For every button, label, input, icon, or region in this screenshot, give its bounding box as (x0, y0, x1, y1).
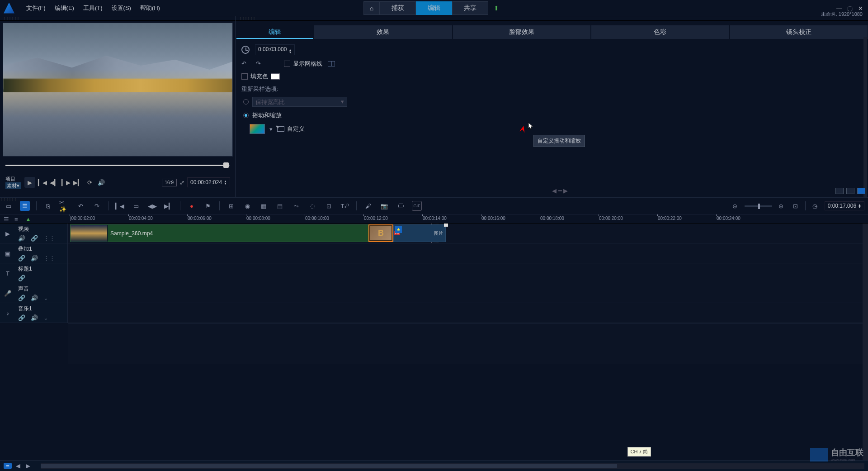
menu-file[interactable]: 文件(F) (22, 2, 50, 14)
tool-3d-title-icon[interactable]: T₃ᴰ (340, 201, 350, 211)
tool-trim-end-icon[interactable]: ▶▎ (164, 201, 174, 211)
expand-icon[interactable]: ⤢ (179, 179, 184, 186)
tool-multicam-icon[interactable]: ⊞ (226, 201, 236, 211)
tool-chapter-icon[interactable]: ▦ (259, 201, 269, 211)
close-button[interactable]: ✕ (858, 5, 864, 11)
tool-trim-slide-icon[interactable]: ◀▶ (147, 201, 157, 211)
nav-prev-icon[interactable]: ◀ (14, 462, 22, 469)
panel-maximize-icon[interactable] (857, 188, 865, 194)
fill-color-checkbox[interactable] (241, 73, 248, 80)
show-grid-checkbox[interactable] (284, 61, 290, 67)
ruler-list-icon[interactable]: ☰ (4, 216, 11, 222)
zoom-slider[interactable] (745, 205, 772, 207)
pan-zoom-custom-button[interactable]: 自定义 (277, 125, 305, 133)
tool-undo-icon[interactable]: ↶ (75, 201, 85, 211)
track-body-music[interactable] (68, 303, 868, 323)
clip-image[interactable]: ★ FX 图片 (393, 224, 446, 242)
menu-help[interactable]: 帮助(H) (136, 2, 165, 14)
storyboard-view-button[interactable]: ▭ (4, 201, 14, 211)
panel-grip[interactable] (236, 16, 868, 21)
track-body-video[interactable]: Sample_360.mp4 B ★ FX 图片 (68, 224, 868, 243)
duration-field[interactable]: 0:00:03.000▲▼ (255, 44, 295, 55)
redo-icon[interactable]: ↷ (256, 60, 265, 67)
tool-gif-icon[interactable]: GIF (412, 201, 422, 211)
panel-tab-effect[interactable]: 效果 (314, 25, 452, 39)
preview-scrubber[interactable] (5, 162, 230, 169)
track-body-overlay[interactable] (68, 243, 868, 263)
timeline-timecode[interactable]: 0:00:17.006 ▲▼ (825, 201, 864, 210)
track-expand-icon[interactable]: ⌄ (43, 295, 50, 301)
timeline-grip[interactable]: ⋮⋮⋮⋮⋮⋮ (0, 197, 18, 202)
track-mute-icon[interactable]: 🔊 (31, 255, 37, 261)
tool-painting-icon[interactable]: 🖌 (363, 201, 373, 211)
step-fwd-button[interactable]: ▎▶ (61, 178, 71, 187)
nav-next-icon[interactable]: ▶ (24, 462, 32, 469)
panel-tab-edit[interactable]: 编辑 (236, 25, 313, 39)
tab-capture[interactable]: 捕获 (380, 1, 416, 15)
tool-track-icon[interactable]: ⊡ (324, 201, 334, 211)
tool-screen-icon[interactable]: 🖵 (396, 201, 406, 211)
zoom-out-icon[interactable]: ⊖ (730, 201, 740, 211)
playhead[interactable] (446, 224, 446, 243)
minimize-button[interactable]: — (836, 5, 843, 11)
menu-tools[interactable]: 工具(T) (79, 2, 107, 14)
keep-aspect-dropdown[interactable]: 保持宽高比 (252, 97, 347, 107)
loop-button[interactable]: ⟳ (85, 178, 94, 187)
tab-home[interactable]: ⌂ (363, 1, 380, 15)
track-body-voice[interactable] (68, 283, 868, 303)
tool-fx-icon[interactable]: ✂✨ (59, 201, 69, 211)
track-lock-icon[interactable]: ⋮⋮ (43, 235, 50, 241)
track-manager-chip[interactable]: ━ (4, 463, 12, 469)
tool-motion-icon[interactable]: ◌ (307, 201, 317, 211)
tab-edit[interactable]: 编辑 (416, 1, 452, 15)
panel-tab-face[interactable]: 脸部效果 (453, 25, 591, 39)
restore-button[interactable]: ▢ (847, 5, 854, 11)
track-lock-icon[interactable]: ⋮⋮ (43, 255, 50, 261)
pan-zoom-preset-dropdown[interactable]: ▾ (269, 126, 273, 133)
tool-trim-start-icon[interactable]: ▎◀ (115, 201, 125, 211)
clip-transition[interactable]: B (368, 224, 393, 242)
clip-video[interactable]: Sample_360.mp4 (70, 224, 368, 242)
grid-settings-icon[interactable] (328, 61, 335, 67)
track-link-icon[interactable]: 🔗 (18, 255, 24, 261)
tool-marker-icon[interactable]: ⚑ (203, 201, 213, 211)
play-button[interactable]: ▶ (24, 177, 35, 188)
fill-color-swatch[interactable] (271, 73, 280, 80)
radio-pan-zoom[interactable] (243, 113, 249, 118)
tool-trim-single-icon[interactable]: ▭ (131, 201, 141, 211)
zoom-fit-icon[interactable]: ⊡ (791, 201, 801, 211)
zoom-in-icon[interactable]: ⊕ (776, 201, 786, 211)
track-link-icon[interactable]: 🔗 (18, 314, 24, 321)
tool-record-icon[interactable]: ● (187, 201, 197, 211)
go-start-button[interactable]: ▎◀ (38, 178, 47, 187)
undo-icon[interactable]: ↶ (241, 60, 250, 67)
tab-share[interactable]: 共享 (452, 1, 488, 15)
ruler-lock-icon[interactable]: ≡ (14, 216, 22, 222)
volume-button[interactable]: 🔊 (97, 178, 106, 187)
step-back-button[interactable]: ◀▎ (50, 178, 59, 187)
tool-insert-icon[interactable]: ⎘ (43, 201, 53, 211)
track-expand-icon[interactable]: ⌄ (43, 314, 50, 321)
tool-stopmotion-icon[interactable]: 📷 (379, 201, 389, 211)
track-link-icon[interactable]: 🔗 (31, 235, 37, 241)
panel-layout-icon[interactable] (835, 188, 844, 194)
timeline-hscroll[interactable] (41, 463, 864, 469)
upload-icon[interactable]: ⬆ (494, 5, 499, 12)
panel-scrollbar[interactable] (863, 37, 867, 197)
radio-keep-aspect[interactable] (243, 99, 249, 105)
timeline-vscroll[interactable] (863, 224, 868, 460)
ime-indicator[interactable]: CH ♪ 简 (627, 447, 651, 457)
preview-monitor[interactable] (3, 23, 233, 157)
timeline-view-button[interactable]: ☰ (20, 201, 30, 211)
preview-timecode[interactable]: 00:00:02:024 ▲▼ (187, 177, 230, 187)
aspect-ratio[interactable]: 16:9 (162, 179, 177, 186)
track-visible-icon[interactable]: 🔊 (18, 235, 24, 241)
pan-zoom-preset-thumb[interactable] (250, 124, 265, 134)
track-link-icon[interactable]: 🔗 (18, 275, 24, 281)
panel-tab-lens[interactable]: 镜头校正 (730, 25, 868, 39)
tool-redo-icon[interactable]: ↷ (92, 201, 102, 211)
menu-edit[interactable]: 编辑(E) (50, 2, 79, 14)
panel-dual-icon[interactable] (846, 188, 854, 194)
tool-mask-icon[interactable]: ◉ (242, 201, 252, 211)
pane-grip[interactable] (0, 16, 236, 21)
